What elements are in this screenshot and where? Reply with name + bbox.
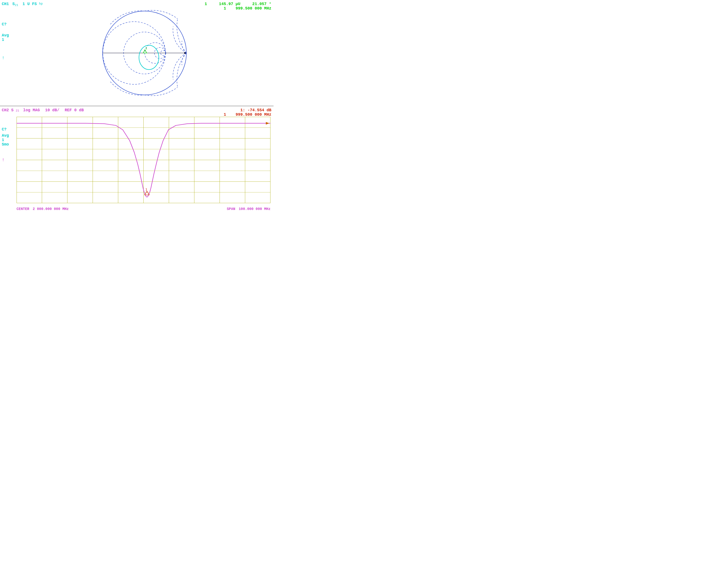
center-freq: 2 000.000 000 MHz: [33, 207, 69, 211]
svg-point-8: [139, 45, 159, 70]
span-axis-group: SPAN 100.000 000 MHz: [227, 207, 270, 211]
bottom-axis-labels: CENTER 2 000.000 000 MHz SPAN 100.000 00…: [17, 207, 270, 211]
ch1-param-label: S: [12, 2, 15, 6]
svg-marker-30: [266, 122, 269, 124]
center-axis-group: CENTER 2 000.000 000 MHz: [17, 207, 69, 211]
ch1-arrow: ↑: [2, 55, 9, 61]
center-label: CENTER: [17, 207, 29, 211]
ch2-avg-val: 1: [2, 138, 9, 142]
svg-text:1: 1: [145, 188, 147, 191]
smith-chart-panel: CH1 S21 1 U FS hp 1 145.97 μU 21.057 ° 1…: [0, 0, 274, 106]
ch2-arrow: ↑: [2, 157, 9, 163]
ch2-marker-line1: 1: -74.554 dB: [224, 108, 271, 112]
ch2-param-label: S: [11, 108, 13, 112]
ch2-ref: REF 0 dB: [65, 108, 84, 112]
ch2-smo-label: Smo: [2, 142, 9, 147]
svg-text:1: 1: [145, 46, 147, 50]
span-label: SPAN: [227, 207, 235, 211]
ch2-left-labels: C? Avg 1 Smo ↑: [2, 127, 9, 163]
main-screen: CH1 S21 1 U FS hp 1 145.97 μU 21.057 ° 1…: [0, 0, 274, 212]
ch1-c-label: C?: [2, 22, 9, 26]
ch1-channel-label: CH1: [2, 2, 9, 6]
ch2-scale-div: 10 dB/: [45, 108, 59, 112]
ch2-marker-line2: 1 999.500 000 MHz: [224, 112, 271, 117]
smith-chart-svg: 1: [98, 7, 191, 99]
ch2-channel-label: CH2: [2, 108, 9, 112]
ch1-avg-label: Avg: [2, 33, 9, 38]
ch2-c-label: C?: [2, 127, 9, 132]
ch2-marker-display: 1: -74.554 dB 1 999.500 000 MHz: [224, 108, 271, 117]
smith-chart-area: 1: [18, 2, 271, 103]
ch2-param-sub: 21: [16, 109, 19, 112]
ch1-avg-val: 1: [2, 38, 9, 42]
ch2-avg-label: Avg: [2, 133, 9, 138]
ch2-header: CH2 S21 log MAG 10 dB/ REF 0 dB: [2, 108, 84, 112]
logmag-svg: 1: [17, 117, 270, 203]
logmag-panel: CH2 S21 log MAG 10 dB/ REF 0 dB 1: -74.5…: [0, 106, 274, 212]
ch2-scale-type: log MAG: [23, 108, 40, 112]
logmag-graph-area: 1: [17, 117, 270, 203]
span-freq: 100.000 000 MHz: [239, 207, 270, 211]
ch1-left-labels: C? Avg 1 ↑: [2, 22, 9, 61]
